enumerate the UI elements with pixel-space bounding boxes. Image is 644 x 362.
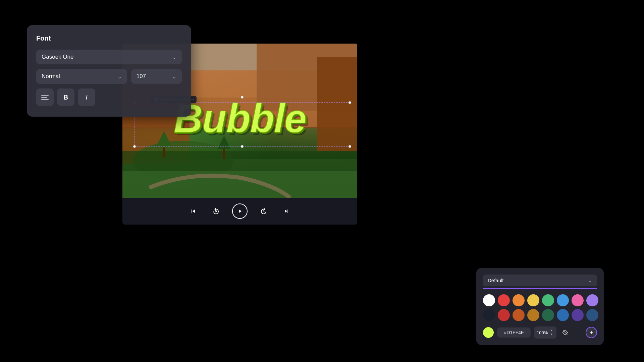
font-style-size-row: Normal ⌄ 107 ⌄ [36,69,182,84]
font-family-select[interactable]: Gasoek One ⌄ [36,50,182,64]
align-icon [41,95,49,100]
color-row-1 [483,294,597,306]
eyedropper-button[interactable] [560,327,571,338]
italic-button[interactable]: I [78,88,95,106]
color-cyan[interactable] [557,294,569,306]
align-line-3 [41,99,49,100]
font-style-chevron: ⌄ [117,73,122,80]
opacity-stepper: ▲ ▼ [549,329,554,336]
opacity-wrapper: 100% ▲ ▼ [534,326,556,339]
color-purple-dark[interactable] [572,309,584,321]
font-size-select[interactable]: 107 ⌄ [131,69,182,84]
opacity-up-button[interactable]: ▲ [549,329,554,332]
color-pink[interactable] [572,294,584,306]
forward-5-button[interactable]: 5 [257,204,270,218]
rewind-5-button[interactable]: 5 [209,204,223,218]
font-style-value: Normal [42,73,60,80]
mini-more: ··· [191,98,194,102]
font-style-select[interactable]: Normal ⌄ [36,69,127,84]
color-footer: 100% ▲ ▼ + [483,326,597,339]
forward-badge: 5 [263,209,264,213]
color-black[interactable] [483,309,495,321]
font-size-chevron: ⌄ [172,73,176,80]
font-family-chevron: ⌄ [172,54,176,60]
color-green-dark[interactable] [542,309,554,321]
purple-underline [483,288,597,289]
opacity-value: 100% [537,330,548,335]
color-yellow-dark[interactable] [527,309,539,321]
color-red-dark[interactable] [498,309,510,321]
rewind-badge: 5 [215,209,217,213]
bold-button[interactable]: B [57,88,74,106]
color-row-2 [483,309,597,321]
color-purple-light[interactable] [586,294,598,306]
font-size-value: 107 [137,73,146,80]
add-color-button[interactable]: + [586,327,597,338]
color-green-light[interactable] [542,294,554,306]
color-preset-chevron: ⌄ [588,277,592,284]
font-family-value: Gasoek One [42,54,73,60]
color-blue-dark[interactable] [557,309,569,321]
play-button[interactable] [232,203,248,219]
align-line-2 [41,97,47,98]
color-red-light[interactable] [498,294,510,306]
font-panel: Font Gasoek One ⌄ Normal ⌄ 107 ⌄ B I [27,25,191,117]
hex-input[interactable] [497,327,531,338]
current-color-dot [483,327,494,338]
font-family-row: Gasoek One ⌄ [36,50,182,64]
svg-rect-10 [223,147,225,159]
italic-label: I [86,94,88,101]
color-orange-dark[interactable] [513,309,525,321]
color-grid [483,294,597,321]
bold-label: B [63,94,68,101]
svg-rect-4 [317,57,357,151]
color-panel-header: Default ⌄ [483,275,597,286]
align-line-1 [41,95,49,96]
video-controls: 5 5 [122,198,357,225]
font-panel-title: Font [36,35,182,42]
color-white[interactable] [483,294,495,306]
skip-to-start-button[interactable] [186,204,200,218]
color-panel: Default ⌄ [476,268,604,345]
color-yellow[interactable] [527,294,539,306]
color-preset-select[interactable]: Default ⌄ [483,275,597,286]
text-align-button[interactable] [36,88,54,106]
color-preset-value: Default [488,278,504,283]
color-navy[interactable] [586,309,598,321]
opacity-down-button[interactable]: ▼ [549,333,554,336]
skip-to-end-button[interactable] [280,204,293,218]
color-orange[interactable] [513,294,525,306]
format-row: B I [36,88,182,106]
